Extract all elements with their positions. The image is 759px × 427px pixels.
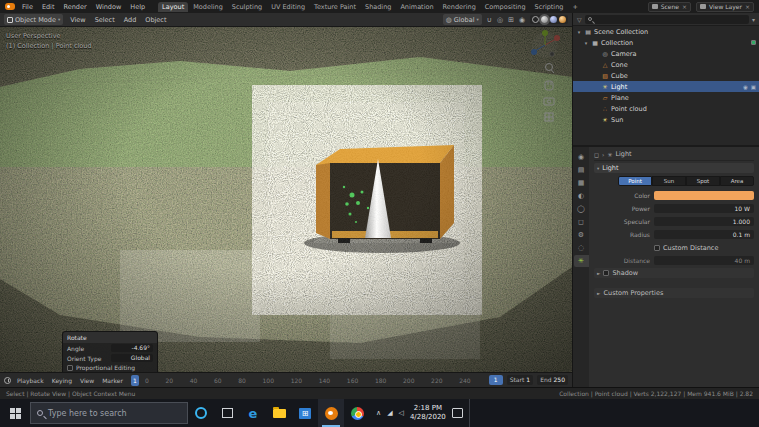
tab-compositing[interactable]: Compositing bbox=[481, 2, 530, 12]
outliner-options-icon[interactable]: ▾ bbox=[752, 16, 755, 23]
light-type-spot-button[interactable]: Spot bbox=[686, 176, 720, 186]
menu-file[interactable]: File bbox=[20, 3, 35, 11]
tab-scripting[interactable]: Scripting bbox=[531, 2, 568, 12]
outliner-row-camera[interactable]: ◎ Camera bbox=[573, 48, 759, 59]
tab-modeling[interactable]: Modeling bbox=[189, 2, 227, 12]
custom-properties-section-header[interactable]: ► Custom Properties bbox=[594, 288, 754, 298]
tab-object-data-properties[interactable]: ✳ bbox=[574, 255, 589, 267]
tab-modifier-properties[interactable]: ⚙ bbox=[574, 229, 589, 241]
outliner-search-input[interactable] bbox=[585, 15, 749, 24]
proportional-editing-checkbox[interactable] bbox=[67, 365, 73, 371]
orient-type-dropdown[interactable]: Global bbox=[111, 354, 153, 362]
taskbar-store-button[interactable]: ⊞ bbox=[292, 399, 318, 427]
tab-physics-properties[interactable]: ◌ bbox=[574, 242, 589, 254]
menu-select[interactable]: Select bbox=[93, 16, 117, 24]
menu-render[interactable]: Render bbox=[61, 3, 88, 11]
operator-redo-panel[interactable]: Rotate Angle -4.69° Orient Type Global P… bbox=[62, 331, 158, 372]
outliner-row-collection[interactable]: ▾ ▦ Collection bbox=[573, 37, 759, 48]
gizmos-icon[interactable]: ⊞ bbox=[508, 16, 514, 24]
axis-y-handle[interactable] bbox=[542, 30, 548, 36]
tab-view-layer-properties[interactable]: ▦ bbox=[574, 177, 589, 189]
taskbar-edge-button[interactable]: e bbox=[240, 399, 266, 427]
overlays-icon[interactable]: ◉ bbox=[519, 16, 525, 24]
radius-field[interactable]: 0.1 m bbox=[654, 230, 754, 239]
timeline-ruler[interactable]: 1 0 20 40 60 80 100 120 140 160 180 200 … bbox=[129, 373, 485, 387]
volume-icon[interactable]: ◁ bbox=[399, 409, 404, 417]
outliner-row-scene-collection[interactable]: ▾ ▤ Scene Collection bbox=[573, 26, 759, 37]
tab-layout[interactable]: Layout bbox=[158, 2, 188, 12]
taskbar-search-input[interactable]: Type here to search bbox=[30, 402, 188, 424]
mode-dropdown[interactable]: Object Mode ▾ bbox=[4, 14, 63, 25]
outliner-row-light[interactable]: ✳ Light ◉ ▣ bbox=[573, 81, 759, 92]
operator-panel-title[interactable]: Rotate bbox=[63, 332, 157, 343]
timeline-editor-icon[interactable] bbox=[4, 377, 11, 384]
filter-icon[interactable]: ▽ bbox=[577, 16, 582, 23]
tab-scene-properties[interactable]: ◐ bbox=[574, 190, 589, 202]
orientation-dropdown[interactable]: ◍ Global ▾ bbox=[443, 14, 482, 25]
shadow-checkbox[interactable] bbox=[603, 270, 609, 276]
tab-uv-editing[interactable]: UV Editing bbox=[267, 2, 309, 12]
shading-wireframe-icon[interactable] bbox=[532, 16, 539, 23]
frame-end-field[interactable]: End 250 bbox=[537, 375, 568, 385]
light-type-sun-button[interactable]: Sun bbox=[652, 176, 686, 186]
menu-object[interactable]: Object bbox=[143, 16, 168, 24]
tab-output-properties[interactable]: ▤ bbox=[574, 164, 589, 176]
shading-rendered-icon[interactable] bbox=[559, 16, 566, 23]
shading-material-icon[interactable] bbox=[550, 16, 557, 23]
expand-arrow-icon[interactable]: ▾ bbox=[576, 29, 582, 35]
tab-object-properties[interactable]: ◻ bbox=[574, 216, 589, 228]
tab-shading[interactable]: Shading bbox=[361, 2, 395, 12]
blender-logo-icon[interactable] bbox=[5, 3, 15, 10]
specular-field[interactable]: 1.000 bbox=[654, 217, 754, 226]
network-icon[interactable]: ◢ bbox=[387, 409, 392, 417]
menu-view-timeline[interactable]: View bbox=[78, 377, 96, 384]
current-frame-field[interactable]: 1 bbox=[489, 375, 503, 385]
outliner-row-plane[interactable]: ▱ Plane bbox=[573, 92, 759, 103]
shadow-section-header[interactable]: ► Shadow bbox=[594, 268, 754, 278]
action-center-icon[interactable] bbox=[452, 408, 463, 418]
custom-distance-checkbox[interactable] bbox=[654, 245, 660, 251]
light-section-header[interactable]: ▾ Light bbox=[594, 163, 754, 173]
taskbar-clock[interactable]: 2:18 PM 4/28/2020 bbox=[410, 404, 446, 422]
menu-playback[interactable]: Playback bbox=[15, 377, 46, 384]
outliner-row-point-cloud[interactable]: ∴ Point cloud bbox=[573, 103, 759, 114]
cortana-button[interactable] bbox=[188, 399, 214, 427]
menu-window[interactable]: Window bbox=[94, 3, 124, 11]
tray-chevron-icon[interactable]: ∧ bbox=[376, 409, 381, 417]
proportional-editing-icon[interactable]: ◎ bbox=[497, 16, 503, 24]
timeline-playhead[interactable]: 1 bbox=[131, 375, 139, 386]
angle-field[interactable]: -4.69° bbox=[111, 344, 153, 352]
expand-arrow-icon[interactable]: ▾ bbox=[583, 40, 589, 46]
axis-x-handle[interactable] bbox=[554, 35, 560, 41]
menu-edit[interactable]: Edit bbox=[40, 3, 57, 11]
view-layer-remove-icon[interactable]: × bbox=[745, 3, 750, 10]
distance-field[interactable]: 40 m bbox=[654, 256, 754, 265]
menu-help[interactable]: Help bbox=[128, 3, 147, 11]
outliner-row-sun[interactable]: ☀ Sun bbox=[573, 114, 759, 125]
menu-view[interactable]: View bbox=[68, 16, 87, 24]
power-field[interactable]: 10 W bbox=[654, 204, 754, 213]
scene-selector[interactable]: Scene × bbox=[648, 2, 691, 12]
hide-in-viewport-icon[interactable]: ◉ bbox=[743, 84, 748, 90]
taskbar-chrome-button[interactable] bbox=[344, 399, 370, 427]
view-layer-selector[interactable]: View Layer × bbox=[696, 2, 754, 12]
scene-unlink-icon[interactable]: × bbox=[682, 3, 687, 10]
tab-texture-paint[interactable]: Texture Paint bbox=[310, 2, 360, 12]
tab-world-properties[interactable]: ◯ bbox=[574, 203, 589, 215]
axis-z-handle[interactable] bbox=[531, 49, 537, 55]
light-type-point-button[interactable]: Point bbox=[618, 176, 652, 186]
light-color-swatch[interactable] bbox=[654, 191, 754, 200]
disable-in-render-icon[interactable]: ▣ bbox=[751, 84, 756, 90]
menu-marker[interactable]: Marker bbox=[100, 377, 125, 384]
tab-animation[interactable]: Animation bbox=[396, 2, 437, 12]
taskbar-file-explorer-button[interactable] bbox=[266, 399, 292, 427]
add-workspace-button[interactable]: + bbox=[568, 2, 581, 12]
viewport-3d[interactable]: Object Mode ▾ View Select Add Object ◍ G… bbox=[0, 13, 572, 372]
frame-start-field[interactable]: Start 1 bbox=[507, 375, 534, 385]
collection-checkbox[interactable] bbox=[751, 40, 756, 45]
menu-add[interactable]: Add bbox=[122, 16, 139, 24]
tab-sculpting[interactable]: Sculpting bbox=[228, 2, 266, 12]
tab-rendering[interactable]: Rendering bbox=[439, 2, 480, 12]
outliner-row-cone[interactable]: △ Cone bbox=[573, 59, 759, 70]
shading-solid-icon[interactable] bbox=[541, 16, 548, 23]
